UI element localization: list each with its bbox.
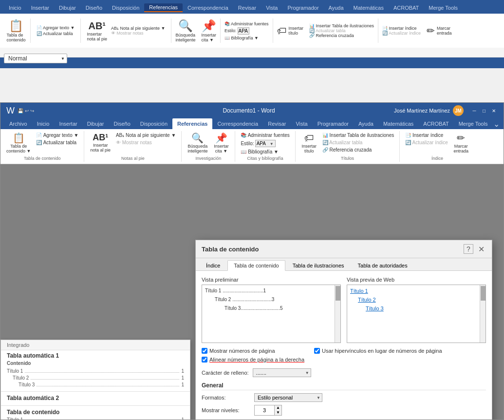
tab-matematicas-top[interactable]: Matemáticas (349, 4, 389, 12)
ribbon-busqueda-top[interactable]: 🔍 Búsquedainteligente (173, 17, 197, 44)
normal-style-box[interactable]: Normal ▼ (4, 54, 67, 63)
ribbon-insertar-cita-top[interactable]: 📌 Insertarcita ▼ (200, 17, 219, 44)
ribbon-actualizar-indice-top[interactable]: 🔄 Actualizar índice (382, 31, 421, 36)
ribbon-actualizar-tabla-top[interactable]: 🔄 Actualizar tabla (37, 31, 75, 37)
ribbon-actualizar-tabla-2-top[interactable]: 🔄 Actualizar tabla (309, 28, 374, 33)
tab-diseno-top[interactable]: Diseño (81, 4, 107, 12)
tab-acrobat-top[interactable]: ACROBAT (389, 4, 424, 12)
top-ribbon-tabs: Inicio Insertar Dibujar Diseño Disposici… (0, 0, 504, 14)
ribbon-bibliografia-top[interactable]: 📖 Bibliografía ▼ (224, 36, 269, 40)
ribbon-agregar-texto-top[interactable]: 📄 Agregar texto ▼ (37, 25, 75, 31)
style-dropdown-icon: ▼ (61, 57, 65, 61)
tab-vista-top[interactable]: Vista (261, 4, 282, 12)
tab-disposicion-top[interactable]: Disposición (107, 4, 144, 12)
ribbon-insertar-titulo-top[interactable]: 🏷Insertartítulo (277, 25, 304, 37)
ribbon-insertar-indice-top[interactable]: 📑 Insertar índice (382, 26, 421, 31)
tab-ayuda-top[interactable]: Ayuda (324, 4, 349, 12)
tab-inicio-top[interactable]: Inicio (4, 4, 26, 12)
ribbon-insertar-tabla-ilus-top[interactable]: 📊 Insertar Tabla de ilustraciones (309, 23, 374, 28)
tab-revisar-top[interactable]: Revisar (233, 4, 261, 12)
ribbon-marcar-entrada-top[interactable]: ✏Marcarentrada (427, 25, 452, 37)
tab-dibujar-top[interactable]: Dibujar (54, 4, 81, 12)
normal-style-label: Normal (8, 55, 27, 62)
ruler-top (0, 48, 504, 57)
ribbon-nota-pie-sig-top[interactable]: AB₁ Nota al pie siguiente ▼ (111, 26, 165, 31)
ribbon-ref-cruzada-top[interactable]: 🔗 Referencia cruzada (309, 33, 374, 38)
ribbon-btn-tabla-top[interactable]: 📋 Tabla decontenido (4, 17, 28, 44)
ribbon-admin-fuentes-top[interactable]: 📚 Administrar fuentes (224, 21, 269, 26)
tab-correspondencia-top[interactable]: Correspondencia (183, 4, 233, 12)
tab-referencias-top[interactable]: Referencias (144, 3, 183, 12)
ribbon-estilo-select-top[interactable]: APA (238, 27, 249, 35)
tab-mergetools-top[interactable]: Merge Tools (424, 4, 463, 12)
ribbon-insertar-nota-top[interactable]: AB¹ Insertarnota al pie (87, 20, 107, 41)
top-ribbon-background: Inicio Insertar Dibujar Diseño Disposici… (0, 0, 504, 68)
tab-insertar-top[interactable]: Insertar (26, 4, 54, 12)
ribbon-mostrar-notas-top[interactable]: 👁 Mostrar notas (111, 31, 165, 36)
tab-programador-top[interactable]: Programador (282, 4, 323, 12)
